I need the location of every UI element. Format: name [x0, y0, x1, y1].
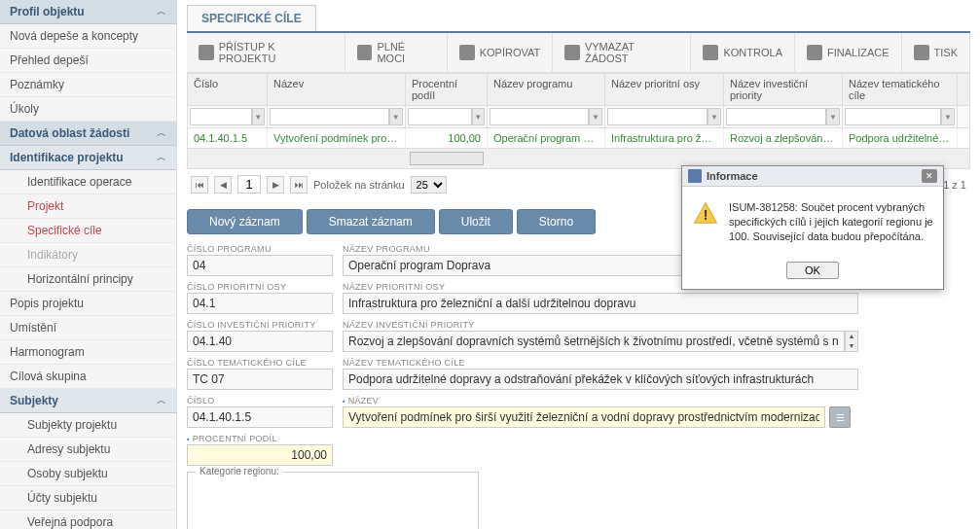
sidebar-section-profil[interactable]: Profil objektu ︿	[0, 0, 176, 24]
toolbar-kopirovat[interactable]: KOPÍROVAT	[448, 33, 554, 72]
tab-header: SPECIFICKÉ CÍLE	[187, 5, 970, 33]
col-header-nazev[interactable]: Název	[268, 74, 406, 105]
pager-last[interactable]: ⏭	[290, 176, 308, 194]
input-cislo-invest[interactable]	[187, 331, 333, 352]
toolbar-pristup[interactable]: PŘÍSTUP K PROJEKTU	[187, 33, 345, 72]
filter-invest[interactable]	[726, 108, 826, 125]
sidebar-item-adresy[interactable]: Adresy subjektu	[0, 438, 176, 462]
filter-nazev[interactable]	[270, 108, 389, 125]
filter-icon[interactable]: ▼	[472, 108, 485, 125]
filter-icon[interactable]: ▼	[252, 108, 265, 125]
filter-tema[interactable]	[845, 108, 941, 125]
chevron-up-icon: ︿	[157, 394, 166, 407]
sidebar-item-poznamky[interactable]: Poznámky	[0, 73, 176, 97]
input-nazev[interactable]	[343, 406, 825, 428]
sidebar-item-subjekty-projektu[interactable]: Subjekty projektu	[0, 413, 176, 438]
sidebar-item-verejna[interactable]: Veřejná podpora	[0, 511, 176, 529]
mail-icon	[357, 45, 373, 60]
toolbar-kontrola[interactable]: KONTROLA	[691, 33, 795, 72]
print-icon	[914, 45, 929, 60]
label-cislo-osy: ČÍSLO PRIORITNÍ OSY	[187, 282, 333, 292]
pager-prev[interactable]: ◀	[214, 176, 232, 194]
cell-program: Operační program Doprava	[488, 128, 605, 148]
sidebar-item-osoby[interactable]: Osoby subjektu	[0, 462, 176, 486]
col-header-cislo[interactable]: Číslo	[188, 74, 268, 105]
kategorie-legend: Kategorie regionu:	[196, 466, 283, 476]
smazat-zaznam-button[interactable]: Smazat záznam	[307, 209, 435, 234]
sidebar-section-subjekty[interactable]: Subjekty ︿	[0, 389, 176, 413]
toolbar: PŘÍSTUP K PROJEKTU PLNÉ MOCI KOPÍROVAT V…	[187, 33, 970, 73]
sidebar-item-umisteni[interactable]: Umístění	[0, 316, 176, 340]
sidebar-item-projekt[interactable]: Projekt	[0, 194, 176, 219]
dialog-title: Informace	[707, 170, 922, 182]
sidebar-item-indikatory[interactable]: Indikátory	[0, 243, 176, 267]
input-cislo-programu[interactable]	[187, 255, 333, 276]
toolbar-vymazat[interactable]: VYMAZAT ŽÁDOST	[553, 33, 691, 72]
storno-button[interactable]: Storno	[517, 209, 596, 234]
input-cislo-tema[interactable]	[187, 369, 333, 390]
sidebar-item-specificke-cile[interactable]: Specifické cíle	[0, 219, 176, 243]
input-procent[interactable]	[187, 444, 333, 466]
ulozit-button[interactable]: Uložit	[439, 209, 513, 234]
warning-icon: !	[692, 200, 719, 228]
input-nazev-osy[interactable]	[343, 293, 858, 314]
toolbar-plne-moci[interactable]: PLNÉ MOCI	[345, 33, 448, 72]
filter-icon[interactable]: ▼	[589, 108, 602, 125]
input-nazev-invest[interactable]	[343, 331, 845, 352]
dialog-ok-button[interactable]: OK	[786, 262, 839, 279]
sidebar-item-popis[interactable]: Popis projektu	[0, 292, 176, 316]
sum-box	[410, 152, 484, 165]
col-header-procent[interactable]: Procentní podíl	[406, 74, 488, 105]
cell-osa: Infrastruktura pro železni...	[605, 128, 724, 148]
filter-procent[interactable]	[408, 108, 472, 125]
cell-invest: Rozvoj a zlepšování dopr...	[724, 128, 843, 148]
sidebar-item-ukoly[interactable]: Úkoly	[0, 97, 176, 122]
filter-cislo[interactable]	[190, 108, 252, 125]
info-icon	[688, 169, 702, 183]
sidebar-item-identifikace-operace[interactable]: Identifikace operace	[0, 170, 176, 194]
filter-icon[interactable]: ▼	[389, 108, 403, 125]
pager-first[interactable]: ⏮	[191, 176, 208, 194]
col-header-program[interactable]: Název programu	[488, 74, 605, 105]
delete-icon	[564, 45, 580, 60]
toolbar-tisk[interactable]: TISK	[902, 33, 970, 72]
pager-page-input[interactable]	[237, 175, 261, 194]
dialog-close-button[interactable]: ✕	[922, 169, 937, 183]
sidebar-item-harmonogram[interactable]: Harmonogram	[0, 340, 176, 365]
chevron-up-icon: ︿	[157, 5, 166, 18]
grid-data-row[interactable]: 04.1.40.1.5 Vytvoření podmínek pro širší…	[188, 128, 969, 148]
toolbar-finalizace[interactable]: FINALIZACE	[795, 33, 902, 72]
filter-icon[interactable]: ▼	[941, 108, 955, 125]
dialog-header[interactable]: Informace ✕	[682, 166, 943, 187]
spinner-down-icon[interactable]: ▼	[846, 341, 857, 351]
label-nazev: NÁZEV	[343, 396, 851, 406]
input-cislo-osy[interactable]	[187, 293, 333, 314]
cell-nazev: Vytvoření podmínek pro širší vy...	[268, 128, 406, 148]
filter-program[interactable]	[490, 108, 589, 125]
pager-next[interactable]: ▶	[267, 176, 284, 194]
filter-icon[interactable]: ▼	[708, 108, 721, 125]
sidebar-section-identifikace[interactable]: Identifikace projektu ︿	[0, 146, 176, 170]
filter-osa[interactable]	[607, 108, 708, 125]
col-header-invest[interactable]: Název investiční priority	[724, 74, 843, 105]
novy-zaznam-button[interactable]: Nový záznam	[187, 209, 303, 234]
spinner-up-icon[interactable]: ▲	[846, 332, 857, 341]
col-header-osa[interactable]: Název prioritní osy	[605, 74, 724, 105]
sidebar-item-nova-depese[interactable]: Nová depeše a koncepty	[0, 24, 176, 49]
sidebar-item-ucty[interactable]: Účty subjektu	[0, 486, 176, 511]
lookup-button[interactable]: ☰	[829, 406, 851, 428]
chevron-up-icon: ︿	[157, 151, 166, 164]
spinner[interactable]: ▲▼	[845, 331, 858, 352]
sidebar-section-datova[interactable]: Datová oblast žádosti ︿	[0, 122, 176, 146]
input-cislo[interactable]	[187, 406, 333, 428]
sidebar: Profil objektu ︿ Nová depeše a koncepty …	[0, 0, 177, 529]
filter-icon[interactable]: ▼	[826, 108, 840, 125]
col-header-tema[interactable]: Název tematického cíle	[843, 74, 958, 105]
pager-per-select[interactable]: 25	[411, 176, 447, 194]
data-grid: Číslo Název Procentní podíl Název progra…	[187, 73, 970, 169]
sidebar-item-prehled-depesi[interactable]: Přehled depeší	[0, 49, 176, 73]
tab-specificke-cile[interactable]: SPECIFICKÉ CÍLE	[187, 5, 316, 31]
input-nazev-tema[interactable]	[343, 369, 858, 390]
sidebar-item-horizontalni[interactable]: Horizontální principy	[0, 267, 176, 292]
sidebar-item-cilova[interactable]: Cílová skupina	[0, 365, 176, 389]
